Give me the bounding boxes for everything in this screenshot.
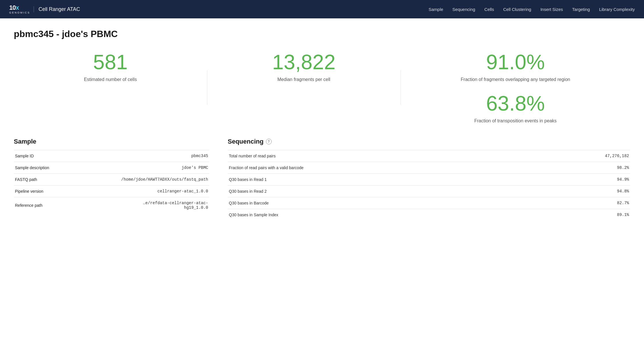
right-stats-inner: 91.0% Fraction of fragments overlapping … — [407, 51, 624, 124]
main-content: pbmc345 - jdoe's PBMC 581 Estimated numb… — [0, 18, 644, 231]
sequencing-table: Total number of read pairs 47,276,182 Fr… — [228, 150, 630, 221]
sequencing-title: Sequencing ? — [228, 138, 630, 145]
sequencing-section: Sequencing ? Total number of read pairs … — [228, 138, 630, 221]
sample-row-label: Reference path — [14, 197, 120, 214]
nav-link-sample[interactable]: Sample — [429, 7, 443, 12]
table-row: Q30 bases in Barcode 82.7% — [228, 197, 630, 209]
sample-row-label: Sample ID — [14, 150, 120, 162]
brand: 10x GENOMICS Cell Ranger ATAC — [9, 5, 80, 14]
nav-links: Sample Sequencing Cells Cell Clustering … — [429, 7, 635, 12]
app-title: Cell Ranger ATAC — [34, 6, 80, 12]
nav-link-sequencing[interactable]: Sequencing — [453, 7, 475, 12]
sample-title-text: Sample — [14, 138, 36, 145]
nav-link-targeting[interactable]: Targeting — [572, 7, 590, 12]
sample-row-value: jdoe's PBMC — [120, 162, 209, 174]
table-row: Total number of read pairs 47,276,182 — [228, 150, 630, 162]
seq-row-label: Q30 bases in Read 2 — [228, 186, 509, 197]
sequencing-info-icon[interactable]: ? — [266, 139, 272, 144]
sample-row-value: /home/jdoe/HAWT7ADXX/outs/fastq_path — [120, 174, 209, 186]
stat-fragments: 13,822 Median fragments per cell — [207, 51, 400, 83]
table-row: Q30 bases in Sample Index 89.1% — [228, 209, 630, 221]
seq-row-label: Q30 bases in Sample Index — [228, 209, 509, 221]
nav-item-cells[interactable]: Cells — [484, 7, 494, 12]
stat-transposition: 63.8% Fraction of transposition events i… — [474, 92, 557, 124]
stat-fractions: 91.0% Fraction of fragments overlapping … — [401, 51, 630, 124]
table-row: Reference path …e/refdata-cellranger-ata… — [14, 197, 209, 214]
seq-row-value: 89.1% — [509, 209, 630, 221]
table-row: FASTQ path /home/jdoe/HAWT7ADXX/outs/fas… — [14, 174, 209, 186]
stat-fragments-label: Median fragments per cell — [213, 76, 395, 83]
seq-row-value: 82.7% — [509, 197, 630, 209]
seq-row-label: Q30 bases in Read 1 — [228, 174, 509, 186]
hero-stats: 581 Estimated number of cells 13,822 Med… — [14, 51, 630, 124]
nav-item-insert-sizes[interactable]: Insert Sizes — [540, 7, 563, 12]
stat-cells-label: Estimated number of cells — [20, 76, 201, 83]
nav-item-sample[interactable]: Sample — [429, 7, 443, 12]
stat-transposition-number: 63.8% — [474, 92, 557, 115]
seq-row-label: Total number of read pairs — [228, 150, 509, 162]
sample-title: Sample — [14, 138, 209, 145]
logo-genomics-text: GENOMICS — [9, 11, 30, 14]
nav-link-insert-sizes[interactable]: Insert Sizes — [540, 7, 563, 12]
stat-targeted-region: 91.0% Fraction of fragments overlapping … — [461, 51, 570, 83]
sample-row-value: cellranger-atac_1.0.0 — [120, 186, 209, 197]
stat-cells: 581 Estimated number of cells — [14, 51, 207, 83]
sample-row-label: Pipeline version — [14, 186, 120, 197]
seq-row-label: Q30 bases in Barcode — [228, 197, 509, 209]
sample-row-value: pbmc345 — [120, 150, 209, 162]
navbar: 10x GENOMICS Cell Ranger ATAC Sample Seq… — [0, 0, 644, 18]
seq-row-value: 47,276,182 — [509, 150, 630, 162]
nav-item-library-complexity[interactable]: Library Complexity — [599, 7, 635, 12]
seq-row-value: 94.9% — [509, 174, 630, 186]
sample-section: Sample Sample ID pbmc345 Sample descript… — [14, 138, 209, 221]
table-row: Q30 bases in Read 1 94.9% — [228, 174, 630, 186]
sample-row-label: FASTQ path — [14, 174, 120, 186]
logo-x-text: x — [16, 4, 19, 11]
stat-fragments-number: 13,822 — [213, 51, 395, 74]
logo-10-text: 10 — [9, 4, 16, 11]
table-row: Q30 bases in Read 2 94.8% — [228, 186, 630, 197]
logo: 10x GENOMICS — [9, 5, 30, 14]
nav-link-library-complexity[interactable]: Library Complexity — [599, 7, 635, 12]
stat-cells-number: 581 — [20, 51, 201, 74]
seq-row-value: 98.2% — [509, 162, 630, 174]
table-row: Sample description jdoe's PBMC — [14, 162, 209, 174]
seq-row-label: Fraction of read pairs with a valid barc… — [228, 162, 509, 174]
sample-row-label: Sample description — [14, 162, 120, 174]
sequencing-title-text: Sequencing — [228, 138, 264, 145]
stat-transposition-label: Fraction of transposition events in peak… — [474, 118, 557, 124]
seq-row-value: 94.8% — [509, 186, 630, 197]
nav-link-cells[interactable]: Cells — [484, 7, 494, 12]
table-row: Fraction of read pairs with a valid barc… — [228, 162, 630, 174]
stat-targeted-number: 91.0% — [461, 51, 570, 74]
table-row: Pipeline version cellranger-atac_1.0.0 — [14, 186, 209, 197]
sample-table: Sample ID pbmc345 Sample description jdo… — [14, 150, 209, 213]
nav-item-cell-clustering[interactable]: Cell Clustering — [503, 7, 531, 12]
stat-targeted-label: Fraction of fragments overlapping any ta… — [461, 76, 570, 83]
lower-sections: Sample Sample ID pbmc345 Sample descript… — [14, 138, 630, 221]
page-title: pbmc345 - jdoe's PBMC — [14, 29, 630, 39]
logo-10x: 10x — [9, 5, 19, 11]
nav-link-cell-clustering[interactable]: Cell Clustering — [503, 7, 531, 12]
nav-item-sequencing[interactable]: Sequencing — [453, 7, 475, 12]
table-row: Sample ID pbmc345 — [14, 150, 209, 162]
nav-item-targeting[interactable]: Targeting — [572, 7, 590, 12]
sample-row-value: …e/refdata-cellranger-atac-hg19_1.0.0 — [120, 197, 209, 214]
